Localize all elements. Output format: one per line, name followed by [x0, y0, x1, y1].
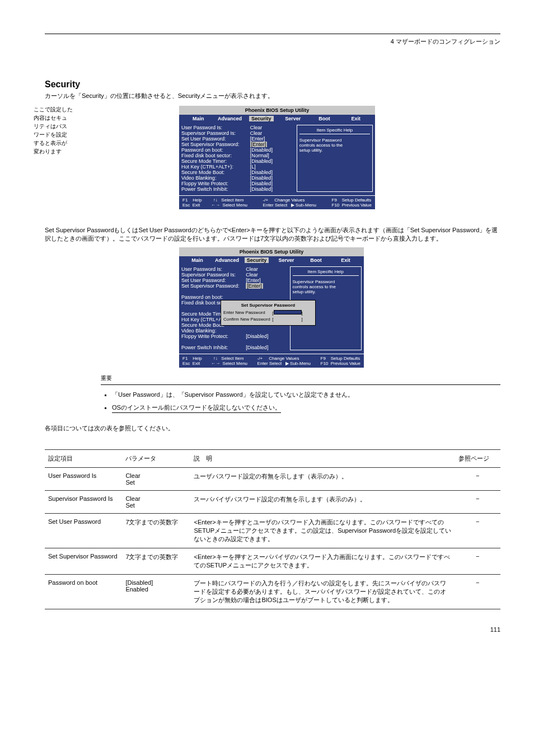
middle-paragraph: Set Supervisor PasswordもしくはSet User Pass… [45, 226, 500, 243]
page-number: 111 [45, 626, 500, 633]
settings-table: 設定項目 パラメータ 説 明 参照ページ User Password IsCle… [45, 449, 500, 609]
bios-menu-security: Security [246, 116, 277, 121]
bios-screenshot-2: Phoenix BIOS Setup Utility Main Advanced… [179, 247, 364, 368]
bios-screenshot-1: Phoenix BIOS Setup Utility Main Advanced… [179, 106, 375, 209]
table-header-row: 設定項目 パラメータ 説 明 参照ページ [45, 450, 500, 468]
bullet-2: OSのインストール前にパスワードを設定しないでください。 [112, 403, 500, 413]
table-row: User Password IsClear Setユーザパスワード設定の有無を示… [45, 468, 500, 491]
bios-title: Phoenix BIOS Setup Utility [179, 247, 364, 256]
table-row: Password on boot[Disabled] Enabledブート時にパ… [45, 575, 500, 609]
popup-title: Set Supervisor Password [223, 303, 313, 308]
bios-menu-main: Main [182, 116, 214, 121]
page-header-label: 4 マザーボードのコンフィグレーション [45, 37, 500, 46]
section-subtitle: カーソルを「Security」の位置に移動させると、Securityメニューが表… [45, 92, 500, 100]
bios-menubar: Main Advanced Security Server Boot Exit [179, 115, 375, 123]
th-ref: 参照ページ [455, 450, 500, 468]
th-desc: 説 明 [190, 450, 455, 468]
bios-item-list: User Password Is:Clear Supervisor Passwo… [181, 125, 297, 192]
bios-menu-exit: Exit [340, 116, 372, 121]
table-row: Set User Password7文字までの英数字<Enter>キーを押すとユ… [45, 514, 500, 548]
bios-title: Phoenix BIOS Setup Utility [179, 106, 375, 115]
table-row: Set Supervisor Password7文字までの英数字<Enter>キ… [45, 548, 500, 575]
bios-help-title: Item Specific Help [299, 128, 370, 134]
th-item: 設定項目 [45, 450, 122, 468]
bios-footer: F1 Help ↑↓ Select Item Esc Exit ←→ Selec… [179, 195, 375, 209]
notes-label: 重要 [101, 374, 500, 382]
bios-menu-server: Server [277, 116, 308, 121]
bios-menubar: Main Advanced Security Server Boot Exit [179, 256, 364, 264]
bios-menu-boot: Boot [308, 116, 340, 121]
bios-menu-advanced: Advanced [214, 116, 245, 121]
section-title: Security [45, 79, 500, 90]
th-param: パラメータ [122, 450, 190, 468]
table-caption: 各項目については次の表を参照してください。 [45, 424, 500, 433]
table-row: Supervisor Password IsClear Setスーパバイザパスワ… [45, 491, 500, 514]
password-popup: Set Supervisor Password Enter New Passwo… [221, 300, 316, 326]
important-notes: 「User Password」は、「Supervisor Password」を設… [112, 391, 500, 413]
bullet-1: 「User Password」は、「Supervisor Password」を設… [112, 391, 500, 399]
margin-callout: ここで設定した 内容はセキュ リティはパス ワードを設定 すると表示が 変わりま… [34, 106, 73, 157]
bios-help-panel: Item Specific Help Supervisor Password c… [297, 125, 373, 192]
enter-password-field[interactable] [274, 310, 302, 314]
